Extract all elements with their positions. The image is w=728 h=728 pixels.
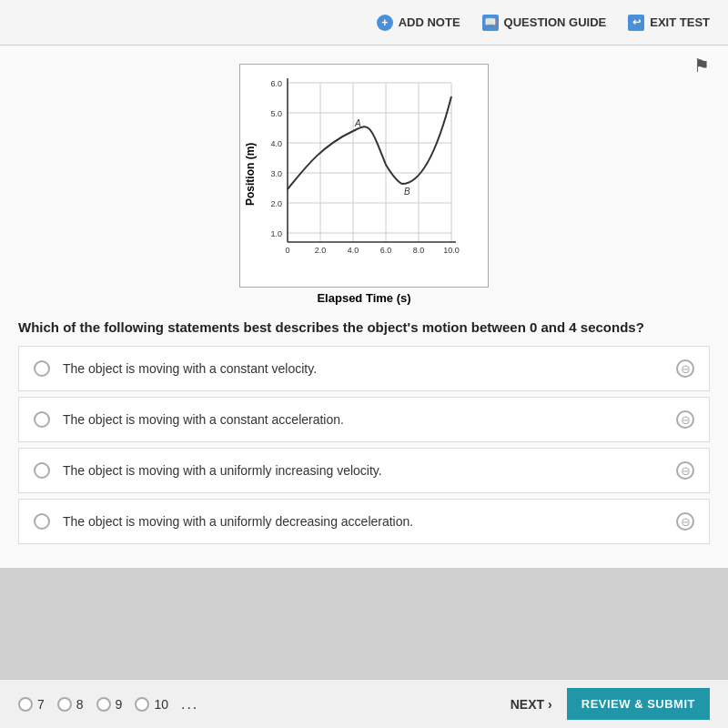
exit-test-button[interactable]: ↩ EXIT TEST bbox=[628, 15, 710, 31]
nav-num-label-10: 10 bbox=[154, 697, 168, 712]
answer-option-4[interactable]: The object is moving with a uniformly de… bbox=[18, 499, 710, 544]
nav-radio-8 bbox=[57, 697, 72, 712]
question-section: Which of the following statements best d… bbox=[18, 308, 710, 559]
nav-radio-10 bbox=[135, 697, 149, 712]
add-note-label: ADD NOTE bbox=[399, 15, 460, 29]
answer-text-4: The object is moving with a uniformly de… bbox=[63, 514, 413, 529]
svg-text:6.0: 6.0 bbox=[270, 79, 282, 88]
answer-option-3[interactable]: The object is moving with a uniformly in… bbox=[18, 448, 710, 493]
next-button[interactable]: NEXT › bbox=[511, 697, 552, 712]
question-text: Which of the following statements best d… bbox=[18, 318, 710, 337]
bottom-bar: 7 8 9 10 ... NEXT › REVIEW & SUBMIT bbox=[0, 679, 728, 728]
exit-test-label: EXIT TEST bbox=[650, 15, 710, 29]
add-note-button[interactable]: + ADD NOTE bbox=[377, 15, 460, 31]
top-bar: + ADD NOTE 📖 QUESTION GUIDE ↩ EXIT TEST bbox=[0, 0, 728, 46]
answer-text-3: The object is moving with a uniformly in… bbox=[63, 463, 382, 478]
x-axis-label: Elapsed Time (s) bbox=[239, 291, 489, 305]
nav-radio-9 bbox=[96, 697, 111, 712]
question-guide-label: QUESTION GUIDE bbox=[504, 15, 607, 29]
nav-num-label-7: 7 bbox=[37, 697, 45, 712]
svg-text:3.0: 3.0 bbox=[270, 169, 282, 178]
svg-text:0: 0 bbox=[285, 246, 289, 255]
svg-text:6.0: 6.0 bbox=[380, 246, 392, 255]
bottom-nav-right: NEXT › REVIEW & SUBMIT bbox=[511, 688, 710, 720]
svg-text:B: B bbox=[404, 187, 410, 197]
nav-number-7[interactable]: 7 bbox=[18, 697, 45, 712]
main-content: ⚑ Position (m) bbox=[0, 46, 728, 568]
y-axis-label: Position (m) bbox=[240, 74, 260, 274]
svg-text:1.0: 1.0 bbox=[270, 229, 282, 238]
radio-1[interactable] bbox=[34, 360, 50, 377]
svg-text:10.0: 10.0 bbox=[443, 246, 460, 255]
eliminate-icon-3[interactable]: ⊖ bbox=[676, 461, 694, 480]
answer-option-1[interactable]: The object is moving with a constant vel… bbox=[18, 346, 710, 391]
add-note-icon: + bbox=[377, 15, 393, 31]
next-chevron-icon: › bbox=[548, 697, 552, 712]
nav-number-9[interactable]: 9 bbox=[96, 697, 123, 712]
svg-text:5.0: 5.0 bbox=[270, 109, 282, 118]
graph-container: Position (m) bbox=[18, 64, 710, 305]
nav-dots: ... bbox=[181, 696, 198, 713]
bottom-nav-numbers: 7 8 9 10 ... bbox=[18, 696, 198, 713]
eliminate-icon-4[interactable]: ⊖ bbox=[676, 512, 694, 531]
nav-number-8[interactable]: 8 bbox=[57, 697, 84, 712]
answer-option-2[interactable]: The object is moving with a constant acc… bbox=[18, 397, 710, 442]
radio-3[interactable] bbox=[34, 462, 50, 479]
svg-text:2.0: 2.0 bbox=[315, 246, 327, 255]
eliminate-icon-2[interactable]: ⊖ bbox=[676, 410, 694, 429]
radio-2[interactable] bbox=[34, 411, 50, 428]
review-submit-button[interactable]: REVIEW & SUBMIT bbox=[567, 688, 710, 720]
svg-text:A: A bbox=[354, 118, 361, 128]
question-guide-icon: 📖 bbox=[482, 15, 499, 31]
review-submit-label: REVIEW & SUBMIT bbox=[581, 697, 695, 711]
answer-text-2: The object is moving with a constant acc… bbox=[63, 412, 344, 427]
position-time-graph: 6.0 5.0 4.0 3.0 2.0 1.0 0 2.0 4.0 6.0 8.… bbox=[260, 74, 479, 274]
graph-svg: 6.0 5.0 4.0 3.0 2.0 1.0 0 2.0 4.0 6.0 8.… bbox=[260, 74, 479, 278]
nav-num-label-8: 8 bbox=[76, 697, 84, 712]
exit-test-icon: ↩ bbox=[628, 15, 644, 31]
answer-text-1: The object is moving with a constant vel… bbox=[63, 361, 317, 376]
nav-num-label-9: 9 bbox=[116, 697, 123, 712]
flag-icon[interactable]: ⚑ bbox=[693, 55, 710, 76]
eliminate-icon-1[interactable]: ⊖ bbox=[676, 359, 694, 378]
answer-options: The object is moving with a constant vel… bbox=[18, 346, 710, 544]
next-label: NEXT bbox=[511, 697, 544, 712]
nav-number-10[interactable]: 10 bbox=[135, 697, 168, 712]
graph-wrapper: Position (m) bbox=[239, 64, 489, 288]
question-guide-button[interactable]: 📖 QUESTION GUIDE bbox=[482, 15, 607, 31]
svg-text:8.0: 8.0 bbox=[413, 246, 425, 255]
svg-text:4.0: 4.0 bbox=[348, 246, 359, 255]
svg-text:4.0: 4.0 bbox=[270, 139, 282, 148]
nav-radio-7 bbox=[18, 697, 33, 712]
svg-text:2.0: 2.0 bbox=[270, 199, 282, 208]
radio-4[interactable] bbox=[34, 513, 50, 530]
